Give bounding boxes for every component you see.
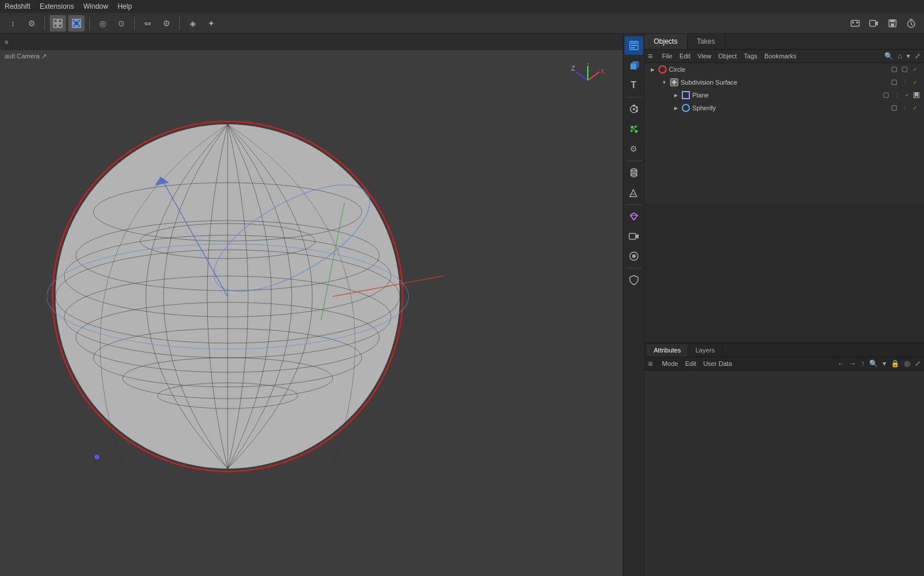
tab-takes[interactable]: Takes	[688, 34, 725, 49]
spherify-flag-2[interactable]: ⋮	[901, 104, 909, 112]
obj-item-spherify[interactable]: ▶ Spherify ⋮ ✓	[644, 102, 924, 114]
attr-menu-edit[interactable]: Edit	[685, 360, 696, 367]
camera-side-icon[interactable]	[625, 227, 643, 246]
particles-side-icon[interactable]	[625, 120, 643, 138]
obj-menu-object[interactable]: Object	[719, 53, 737, 60]
home-icon[interactable]: ⌂	[898, 52, 902, 60]
camera-label: ault Camera ↗	[5, 53, 47, 60]
circle-tool-icon[interactable]: ◎	[95, 15, 111, 32]
film-icon[interactable]	[847, 15, 863, 32]
viewport[interactable]: ≡ ault Camera ↗ X Y Z	[0, 34, 623, 576]
subdiv-flag-3[interactable]: ✓	[911, 78, 919, 86]
svg-rect-1	[58, 19, 62, 23]
menu-extensions[interactable]: Extensions	[40, 2, 74, 11]
plane-flag-3[interactable]: ✓	[903, 91, 911, 99]
obj-menu-file[interactable]: File	[662, 53, 672, 60]
svg-point-56	[634, 130, 637, 133]
menu-window[interactable]: Window	[83, 2, 109, 11]
subdiv-expand[interactable]: ▼	[661, 79, 668, 86]
circle-flag-1[interactable]	[890, 65, 898, 74]
obj-item-circle[interactable]: ▶ Circle ✓	[644, 63, 924, 76]
text-side-icon[interactable]: T	[625, 76, 643, 95]
timer-icon[interactable]	[903, 15, 919, 32]
menu-redshift[interactable]: Redshift	[5, 2, 30, 11]
circle-expand[interactable]: ▶	[649, 66, 656, 73]
expand-icon[interactable]: ⤢	[915, 52, 920, 60]
shield-tool-icon[interactable]: ◈	[184, 15, 201, 32]
obj-menu-view[interactable]: View	[698, 53, 712, 60]
tab-layers[interactable]: Layers	[688, 344, 722, 357]
svg-rect-45	[631, 45, 637, 46]
side-sep-1	[626, 97, 642, 97]
side-sep-3	[626, 204, 642, 205]
attr-filter-icon[interactable]: ▾	[883, 359, 886, 368]
attr-forward-icon[interactable]: →	[849, 359, 856, 368]
save-icon[interactable]	[884, 15, 901, 32]
plane-flag-2[interactable]: ⋮	[892, 91, 901, 99]
shield-side-icon[interactable]	[625, 271, 643, 289]
objects-side-icon[interactable]	[625, 36, 643, 55]
video-icon[interactable]	[866, 15, 882, 32]
attr-menu-hamburger[interactable]: ≡	[648, 359, 653, 368]
capsule-side-icon[interactable]	[625, 163, 643, 182]
attr-lock-icon[interactable]: 🔒	[891, 359, 899, 368]
svg-rect-61	[629, 233, 636, 239]
multiselect-side-icon[interactable]	[625, 100, 643, 118]
subdiv-flag-1[interactable]	[890, 78, 898, 86]
obj-list-spacer	[644, 203, 924, 343]
plane-flag-1[interactable]	[882, 91, 890, 99]
filter-icon[interactable]: ▾	[906, 52, 910, 60]
svg-point-53	[630, 126, 633, 129]
attr-eye-icon[interactable]: ◎	[904, 359, 910, 368]
ring-tool-icon[interactable]: ⊙	[113, 15, 130, 32]
render-side-icon[interactable]	[625, 247, 643, 266]
obj-menu-hamburger[interactable]: ≡	[648, 51, 653, 61]
menu-help[interactable]: Help	[117, 2, 132, 11]
star-tool-icon[interactable]: ✦	[203, 15, 219, 32]
obj-list: ▶ Circle ✓ ▼	[644, 63, 924, 203]
grid-tool-icon[interactable]	[50, 15, 66, 32]
search-icon[interactable]: 🔍	[884, 52, 893, 60]
spherify-expand[interactable]: ▶	[672, 104, 679, 111]
obj-menu-bookmarks[interactable]: Bookmarks	[765, 53, 797, 60]
move-tool-icon[interactable]: ↕	[5, 15, 21, 32]
right-panel: Objects Takes ≡ File Edit View Object Ta…	[644, 34, 924, 576]
spherify-flag-1[interactable]	[890, 104, 898, 112]
attr-search-icon[interactable]: 🔍	[869, 359, 878, 368]
svg-rect-67	[674, 80, 675, 85]
toolbar: ↕ ⚙ ◎ ⊙ ⇔ ⚙ ◈ ✦	[0, 13, 924, 34]
circle-flag-2[interactable]	[901, 65, 909, 74]
svg-text:Y: Y	[586, 63, 590, 66]
attr-back-icon[interactable]: ←	[838, 359, 845, 368]
circle-icon	[658, 65, 667, 74]
settings-tool-icon[interactable]: ⚙	[23, 15, 40, 32]
plane-expand[interactable]: ▶	[672, 92, 679, 99]
symmetry-tool-icon[interactable]: ⇔	[140, 15, 156, 32]
tab-attributes[interactable]: Attributes	[647, 344, 688, 357]
tab-objects[interactable]: Objects	[644, 34, 688, 49]
svg-point-57	[633, 128, 634, 130]
attr-menu-mode[interactable]: Mode	[662, 360, 678, 367]
subdiv-flag-2[interactable]: ⋮	[901, 78, 909, 86]
obj-item-plane[interactable]: ▶ Plane ⋮ ✓	[644, 89, 924, 102]
transform-tool-icon[interactable]	[68, 15, 85, 32]
svg-point-54	[634, 125, 637, 128]
gem-side-icon[interactable]	[625, 207, 643, 226]
viewport-menu-item[interactable]: ≡	[5, 39, 8, 46]
obj-menu-edit[interactable]: Edit	[679, 53, 691, 60]
attr-expand-icon[interactable]: ⤢	[915, 359, 920, 368]
attr-menu-userdata[interactable]: User Data	[703, 360, 733, 367]
attr-up-icon[interactable]: ↑	[861, 359, 864, 368]
settings2-tool-icon[interactable]: ⚙	[158, 15, 175, 32]
spherify-flag-3[interactable]: ✓	[911, 104, 919, 112]
cube-side-icon[interactable]	[625, 56, 643, 75]
svg-rect-0	[54, 19, 57, 23]
circle-flag-3[interactable]: ✓	[911, 65, 919, 74]
obj-item-subdiv[interactable]: ▼ Subdivision Surface ⋮ ✓	[644, 76, 924, 89]
side-sep-2	[626, 160, 642, 161]
scene-side-icon[interactable]	[625, 183, 643, 202]
obj-menu-tags[interactable]: Tags	[744, 53, 757, 60]
deform-side-icon[interactable]: ⚙	[625, 139, 643, 158]
plane-bookmark-flag[interactable]	[913, 92, 919, 98]
svg-point-55	[630, 130, 633, 132]
